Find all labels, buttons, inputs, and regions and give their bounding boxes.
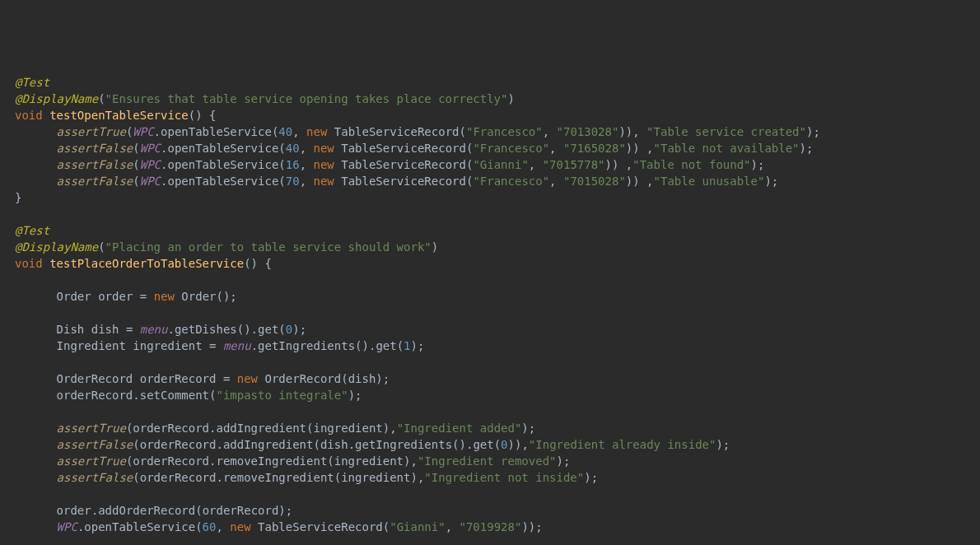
code-editor[interactable]: @Test @DisplayName("Ensures that table s… — [15, 74, 965, 545]
string: "Ensures that table service opening take… — [105, 92, 508, 105]
class-name: Order — [181, 290, 216, 303]
assert-true: assertTrue — [57, 422, 126, 435]
var: dish — [348, 372, 376, 385]
var: ingredient — [313, 422, 382, 435]
number: 40 — [286, 142, 300, 155]
number: 1 — [404, 339, 410, 352]
string: "Francesco" — [473, 142, 549, 155]
assert-false: assertFalse — [57, 158, 133, 171]
keyword-new: new — [237, 372, 258, 385]
method-call: openTableService — [167, 158, 278, 171]
string: "Gianni" — [473, 158, 528, 171]
number: 40 — [278, 125, 292, 138]
method-call: openTableService — [167, 142, 278, 155]
method-call: get — [473, 438, 493, 451]
string: "Table unusable" — [654, 175, 765, 188]
keyword-new: new — [306, 125, 327, 138]
string: "7165028" — [563, 142, 626, 155]
method-call: get — [376, 339, 396, 352]
keyword-new: new — [230, 520, 250, 533]
method-call: removeIngredient — [223, 471, 334, 484]
assert-false: assertFalse — [57, 438, 133, 451]
string: "Placing an order to table service shoul… — [105, 240, 432, 254]
class-name: Dish — [57, 323, 85, 336]
string: "7013028" — [557, 125, 619, 138]
string: "Gianni" — [390, 520, 445, 533]
var: orderRecord — [140, 438, 217, 451]
var: orderRecord — [203, 504, 279, 517]
method-call: addOrderRecord — [98, 504, 195, 517]
string: "Ingredient removed" — [418, 454, 557, 468]
assert-false: assertFalse — [57, 471, 133, 484]
string: "Table service created" — [646, 125, 806, 138]
var: ingredient — [341, 471, 410, 484]
var: ingredient — [133, 339, 202, 352]
static-wpc: WPC — [140, 142, 161, 155]
class-name: Ingredient — [57, 339, 126, 352]
static-wpc: WPC — [140, 158, 161, 171]
method-call: openTableService — [167, 175, 278, 188]
class-name: OrderRecord — [57, 372, 133, 385]
string: "Ingredient already inside" — [529, 438, 716, 451]
annotation-displayname: @DisplayName — [15, 240, 98, 254]
static-menu: menu — [140, 323, 168, 336]
keyword-new: new — [313, 158, 334, 171]
number: 0 — [501, 438, 507, 451]
var: dish — [320, 438, 348, 451]
var: orderRecord — [133, 454, 209, 468]
assert-true: assertTrue — [57, 454, 126, 468]
method-name: testOpenTableService — [49, 109, 189, 122]
var: ingredient — [334, 454, 404, 468]
method-call: removeIngredient — [216, 454, 327, 468]
var: dish — [91, 323, 119, 336]
number: 0 — [286, 323, 292, 336]
string: "Ingredient not inside" — [424, 471, 584, 484]
method-call: setComment — [140, 389, 209, 402]
string: "7019928" — [460, 520, 522, 533]
assert-false: assertFalse — [57, 142, 133, 155]
class-name: TableServiceRecord — [341, 175, 466, 188]
annotation-test: @Test — [15, 224, 49, 237]
string: "Table not found" — [632, 158, 750, 171]
string: "Francesco" — [466, 125, 543, 138]
class-name: OrderRecord — [264, 372, 341, 385]
method-call: addIngredient — [216, 422, 306, 435]
number: 60 — [203, 520, 217, 533]
static-wpc: WPC — [133, 125, 153, 138]
method-call: openTableService — [84, 520, 195, 533]
annotation-displayname: @DisplayName — [15, 92, 98, 105]
var: order — [57, 504, 91, 517]
method-call: getIngredients — [258, 339, 355, 352]
var: orderRecord — [140, 471, 217, 484]
method-name: testPlaceOrderToTableService — [49, 257, 244, 270]
method-call: openTableService — [161, 125, 272, 138]
keyword-new: new — [154, 290, 175, 303]
number: 70 — [286, 175, 300, 188]
string: "7015778" — [543, 158, 605, 171]
class-name: TableServiceRecord — [341, 142, 466, 155]
var: orderRecord — [140, 372, 217, 385]
var: order — [98, 290, 133, 303]
static-wpc: WPC — [57, 520, 77, 533]
keyword-new: new — [313, 142, 334, 155]
annotation-test: @Test — [15, 76, 49, 89]
keyword-void: void — [15, 257, 43, 270]
method-call: getIngredients — [355, 438, 452, 451]
string: "7015028" — [563, 175, 626, 188]
method-call: getDishes — [175, 323, 237, 336]
keyword-void: void — [15, 109, 43, 122]
class-name: Order — [57, 290, 91, 303]
assert-false: assertFalse — [57, 175, 133, 188]
string: "Ingredient added" — [397, 422, 522, 435]
string: "impasto integrale" — [216, 389, 348, 402]
method-call: get — [258, 323, 278, 336]
method-call: addIngredient — [223, 438, 314, 451]
class-name: TableServiceRecord — [334, 125, 460, 138]
var: orderRecord — [57, 389, 133, 402]
number: 16 — [286, 158, 300, 171]
class-name: TableServiceRecord — [258, 520, 383, 533]
static-menu: menu — [223, 339, 251, 352]
assert-true: assertTrue — [57, 125, 126, 138]
keyword-new: new — [313, 175, 334, 188]
static-wpc: WPC — [140, 175, 161, 188]
